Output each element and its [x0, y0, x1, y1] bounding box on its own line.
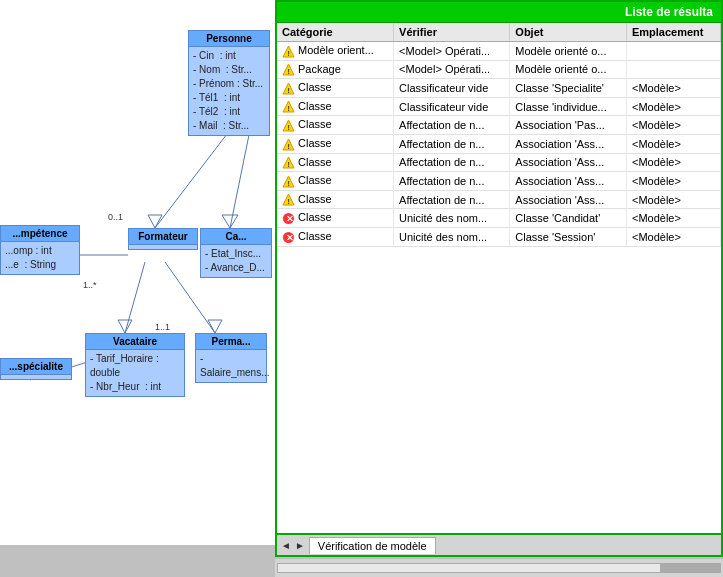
tab-verification[interactable]: Vérification de modèle	[309, 537, 436, 554]
results-table-container: Catégorie Vérifier Objet Emplacement !Mo…	[277, 23, 721, 533]
svg-text:✕: ✕	[286, 214, 294, 224]
svg-text:!: !	[288, 180, 290, 187]
cell-verifier: Affectation de n...	[394, 190, 510, 209]
table-row[interactable]: ✕ClasseUnicité des nom...Classe 'Session…	[277, 227, 721, 246]
cell-location: <Modèle>	[626, 79, 720, 98]
svg-text:!: !	[288, 105, 290, 112]
class-header: ...spécialite	[1, 359, 71, 375]
class-body	[1, 375, 71, 379]
table-row[interactable]: !ClasseClassificateur videClasse 'Specia…	[277, 79, 721, 98]
svg-text:!: !	[288, 198, 290, 205]
svg-text:0..1: 0..1	[108, 212, 123, 222]
svg-text:!: !	[288, 50, 290, 57]
cell-category: !Classe	[277, 97, 394, 116]
svg-text:!: !	[288, 143, 290, 150]
class-permanente[interactable]: Perma... - Salaire_mens...	[195, 333, 267, 383]
results-panel: Liste de résulta Catégorie Vérifier Obje…	[275, 0, 723, 557]
class-header: ...mpétence	[1, 226, 79, 242]
cell-object: Association 'Ass...	[510, 190, 627, 209]
cell-location: <Modèle>	[626, 209, 720, 228]
class-body: - Cin : int - Nom : Str... - Prénom : St…	[189, 47, 269, 135]
cell-category: !Package	[277, 60, 394, 79]
cell-verifier: Unicité des nom...	[394, 227, 510, 246]
svg-marker-3	[222, 215, 238, 228]
class-personne[interactable]: Personne - Cin : int - Nom : Str... - Pr…	[188, 30, 270, 136]
col-category: Catégorie	[277, 23, 394, 42]
category-text: Classe	[298, 100, 332, 112]
cell-location	[626, 60, 720, 79]
error-icon: ✕	[282, 212, 295, 225]
cell-category: !Classe	[277, 116, 394, 135]
cell-object: Classe 'Session'	[510, 227, 627, 246]
table-row[interactable]: ✕ClasseUnicité des nom...Classe 'Candida…	[277, 209, 721, 228]
table-row[interactable]: !ClasseAffectation de n...Association 'P…	[277, 116, 721, 135]
class-ca[interactable]: Ca... - Etat_Insc... - Avance_D...	[200, 228, 272, 278]
svg-line-4	[125, 262, 145, 333]
cell-verifier: Classificateur vide	[394, 97, 510, 116]
class-formateur[interactable]: Formateur	[128, 228, 198, 250]
cell-object: Classe 'individue...	[510, 97, 627, 116]
warning-icon: !	[282, 119, 295, 132]
cell-object: Classe 'Specialite'	[510, 79, 627, 98]
svg-marker-1	[148, 215, 162, 228]
cell-verifier: Affectation de n...	[394, 172, 510, 191]
warning-icon: !	[282, 175, 295, 188]
class-vacataire[interactable]: Vacataire - Tarif_Horaire : double - Nbr…	[85, 333, 185, 397]
cell-verifier: Classificateur vide	[394, 79, 510, 98]
cell-object: Modèle orienté o...	[510, 42, 627, 61]
svg-text:!: !	[288, 68, 290, 75]
warning-icon: !	[282, 63, 295, 76]
tab-arrow-right[interactable]: ►	[295, 540, 305, 551]
cell-category: !Classe	[277, 134, 394, 153]
class-header: Perma...	[196, 334, 266, 350]
cell-category: ✕Classe	[277, 209, 394, 228]
table-row[interactable]: !ClasseClassificateur videClasse 'indivi…	[277, 97, 721, 116]
cell-category: !Classe	[277, 79, 394, 98]
warning-icon: !	[282, 156, 295, 169]
cell-verifier: <Model> Opérati...	[394, 42, 510, 61]
cell-object: Modèle orienté o...	[510, 60, 627, 79]
table-header-row: Catégorie Vérifier Objet Emplacement	[277, 23, 721, 42]
scroll-track[interactable]	[277, 563, 721, 573]
table-row[interactable]: !Package<Model> Opérati...Modèle orienté…	[277, 60, 721, 79]
category-text: Classe	[298, 118, 332, 130]
class-body	[129, 245, 197, 249]
table-row[interactable]: !ClasseAffectation de n...Association 'A…	[277, 172, 721, 191]
results-title: Liste de résulta	[277, 2, 721, 23]
tab-arrow-left[interactable]: ◄	[281, 540, 291, 551]
category-text: Classe	[298, 174, 332, 186]
svg-text:!: !	[288, 161, 290, 168]
category-text: Classe	[298, 193, 332, 205]
cell-object: Association 'Ass...	[510, 172, 627, 191]
scroll-thumb[interactable]	[660, 564, 720, 572]
warning-icon: !	[282, 45, 295, 58]
table-row[interactable]: !ClasseAffectation de n...Association 'A…	[277, 134, 721, 153]
cell-verifier: Affectation de n...	[394, 134, 510, 153]
class-body: - Salaire_mens...	[196, 350, 266, 382]
warning-icon: !	[282, 100, 295, 113]
category-text: Classe	[298, 211, 332, 223]
cell-location: <Modèle>	[626, 97, 720, 116]
cell-location: <Modèle>	[626, 134, 720, 153]
class-header: Personne	[189, 31, 269, 47]
cell-location: <Modèle>	[626, 172, 720, 191]
table-row[interactable]: !Modèle orient...<Model> Opérati...Modèl…	[277, 42, 721, 61]
class-body: - Tarif_Horaire : double - Nbr_Heur : in…	[86, 350, 184, 396]
cell-verifier: Affectation de n...	[394, 153, 510, 172]
warning-icon: !	[282, 82, 295, 95]
class-competence[interactable]: ...mpétence ...omp : int ...e : String	[0, 225, 80, 275]
class-header: Ca...	[201, 229, 271, 245]
category-text: Classe	[298, 81, 332, 93]
table-row[interactable]: !ClasseAffectation de n...Association 'A…	[277, 190, 721, 209]
horizontal-scrollbar[interactable]	[275, 559, 723, 577]
results-table: Catégorie Vérifier Objet Emplacement !Mo…	[277, 23, 721, 247]
cell-verifier: <Model> Opérati...	[394, 60, 510, 79]
category-text: Modèle orient...	[298, 44, 374, 56]
class-specialite[interactable]: ...spécialite	[0, 358, 72, 380]
table-row[interactable]: !ClasseAffectation de n...Association 'A…	[277, 153, 721, 172]
cell-object: Association 'Ass...	[510, 153, 627, 172]
category-text: Classe	[298, 156, 332, 168]
category-text: Package	[298, 63, 341, 75]
svg-marker-7	[208, 320, 222, 333]
cell-category: !Classe	[277, 172, 394, 191]
